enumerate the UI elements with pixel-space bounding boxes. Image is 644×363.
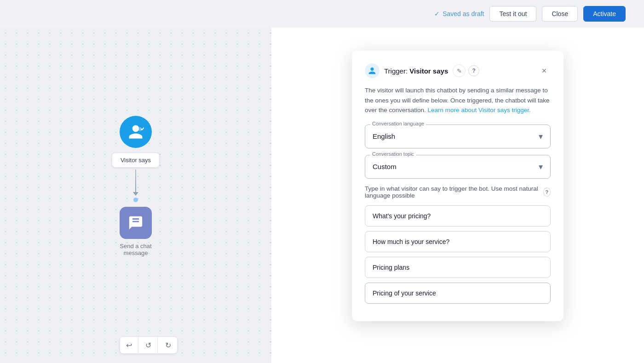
right-panel: Trigger: Visitor says ✎ ? × The visitor … <box>271 28 644 363</box>
trigger-icon-badge <box>365 63 380 78</box>
pencil-icon: ✎ <box>457 68 462 74</box>
exit-icon: ↩ <box>126 341 132 350</box>
undo-button[interactable]: ↺ <box>139 337 158 353</box>
message-icon <box>128 215 144 231</box>
flow-container: Visitor says Send a chatmessage <box>112 116 160 256</box>
close-icon: × <box>542 66 547 76</box>
language-select-group: Conversation language English ▾ <box>365 125 551 148</box>
modal-description: The visitor will launch this chatbot by … <box>365 85 551 115</box>
visitor-icon <box>127 124 144 140</box>
instruction-question-icon: ? <box>546 189 549 195</box>
exit-toolbar-button[interactable]: ↩ <box>120 337 138 353</box>
learn-more-link[interactable]: Learn more about Visitor says trigger. <box>428 107 531 113</box>
help-trigger-button[interactable]: ? <box>468 65 479 76</box>
modal-title: Trigger: Visitor says <box>384 67 448 75</box>
modal-header: Trigger: Visitor says ✎ ? × <box>365 63 551 78</box>
topic-select[interactable]: Custom ▾ <box>365 155 551 179</box>
redo-button[interactable]: ↻ <box>159 337 177 353</box>
language-select[interactable]: English ▾ <box>365 125 551 148</box>
visitor-says-label: Visitor says <box>112 153 160 168</box>
person-voice-icon <box>368 67 376 75</box>
activate-button[interactable]: Activate <box>583 6 626 22</box>
message-node[interactable] <box>120 207 152 239</box>
canvas: Visitor says Send a chatmessage ↩ ↺ ↻ <box>0 28 271 363</box>
saved-draft-label: Saved as draft <box>443 10 484 17</box>
top-bar: ✓ Saved as draft Test it out Close Activ… <box>0 0 644 28</box>
send-message-label: Send a chatmessage <box>120 243 151 256</box>
connector-arrow <box>133 192 138 196</box>
instruction-text: Type in what visitor can say to trigger … <box>365 185 551 199</box>
topic-value: Custom <box>373 163 397 170</box>
language-value: English <box>373 132 395 140</box>
connector <box>133 170 138 202</box>
modal-action-icons: ✎ ? <box>453 64 479 77</box>
bottom-toolbar: ↩ ↺ ↻ <box>120 336 178 354</box>
edit-trigger-button[interactable]: ✎ <box>453 64 466 77</box>
topic-select-group: Conversation topic Custom ▾ <box>365 155 551 179</box>
topic-label: Conversation topic <box>370 151 416 157</box>
phrase-item-3[interactable]: Pricing plans <box>365 257 551 278</box>
instruction-help-button[interactable]: ? <box>543 187 551 197</box>
undo-icon: ↺ <box>145 341 151 350</box>
phrase-item-2[interactable]: How much is your service? <box>365 231 551 252</box>
modal-title-row: Trigger: Visitor says ✎ ? <box>365 63 479 78</box>
check-icon: ✓ <box>434 10 440 17</box>
test-it-out-button[interactable]: Test it out <box>489 6 536 22</box>
question-icon: ? <box>472 68 476 74</box>
redo-icon: ↻ <box>165 341 171 350</box>
phrase-item-1[interactable]: What's your pricing? <box>365 205 551 227</box>
trigger-modal: Trigger: Visitor says ✎ ? × The visitor … <box>352 51 564 321</box>
topic-chevron-icon: ▾ <box>539 162 543 172</box>
connector-dot <box>133 198 138 202</box>
connector-line <box>135 170 136 193</box>
close-button[interactable]: Close <box>542 6 578 22</box>
saved-draft-status: ✓ Saved as draft <box>434 10 484 17</box>
language-chevron-icon: ▾ <box>539 131 543 142</box>
phrase-item-4[interactable]: Pricing of your service <box>365 283 551 304</box>
visitor-node[interactable] <box>120 116 152 148</box>
modal-close-button[interactable]: × <box>538 64 551 77</box>
language-label: Conversation language <box>370 121 426 126</box>
